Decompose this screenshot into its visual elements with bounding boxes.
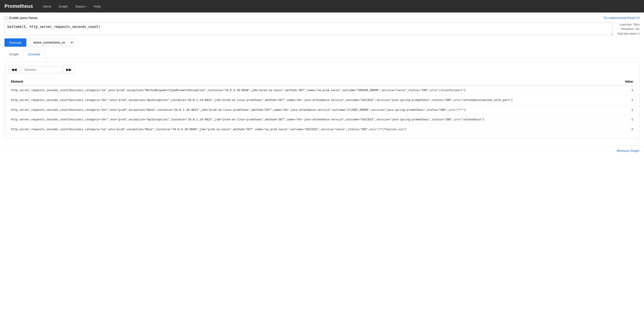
app-brand: Prometheus	[4, 3, 33, 9]
moment-input[interactable]	[21, 66, 62, 73]
query-input[interactable]	[4, 22, 613, 35]
metric-select[interactable]: active_connections_co	[29, 38, 74, 47]
nav-item-status[interactable]: Status ▾	[72, 3, 90, 10]
table-row: http_server_requests_seconds_count{busin…	[8, 115, 636, 125]
metrics-info: Load time: 78ms Resolution: 14s Total ti…	[617, 22, 640, 36]
table-row: http_server_requests_seconds_count{busin…	[8, 95, 636, 105]
chevron-down-icon: ▾	[86, 5, 86, 7]
value-cell: 1	[620, 105, 636, 115]
enable-history-label[interactable]: Enable query history	[4, 16, 38, 20]
nav-item-graph[interactable]: Graph	[56, 3, 71, 10]
value-cell: 1	[620, 95, 636, 105]
tab-console[interactable]: Console	[23, 50, 45, 58]
console-area: ◀◀ ▶▶ Element Value http_server_requests…	[4, 62, 640, 138]
bottom-bar: Remove Graph	[0, 146, 644, 155]
execute-row: Execute active_connections_co	[4, 38, 640, 47]
navbar-nav: Alerts Graph Status ▾ Help	[40, 3, 104, 10]
try-react-ui-link[interactable]: Try experimental React UI	[603, 16, 640, 20]
remove-graph-button[interactable]: Remove Graph	[617, 149, 640, 153]
time-forward-button[interactable]: ▶▶	[63, 66, 74, 73]
element-cell: http_server_requests_seconds_count{busin…	[8, 95, 620, 105]
table-row: http_server_requests_seconds_count{busin…	[8, 125, 636, 135]
enable-history-text: Enable query history	[9, 16, 38, 20]
nav-item-status-label: Status	[75, 4, 84, 8]
load-time: Load time: 78ms	[617, 22, 640, 27]
top-bar: Enable query history Try experimental Re…	[4, 16, 640, 20]
time-back-button[interactable]: ◀◀	[8, 66, 20, 73]
element-cell: http_server_requests_seconds_count{busin…	[8, 125, 620, 135]
value-cell: 2	[620, 125, 636, 135]
value-cell: 1	[620, 115, 636, 125]
table-row: http_server_requests_seconds_count{busin…	[8, 105, 636, 115]
table-row: http_server_requests_seconds_count{busin…	[8, 85, 636, 95]
enable-history-checkbox[interactable]	[4, 16, 8, 19]
nav-item-alerts[interactable]: Alerts	[40, 3, 54, 10]
time-nav: ◀◀ ▶▶	[8, 66, 636, 73]
main-content: Enable query history Try experimental Re…	[0, 12, 644, 144]
resolution: Resolution: 14s	[617, 27, 640, 31]
tabs: Graph Console	[4, 50, 640, 58]
col-value: Value	[620, 78, 636, 85]
element-cell: http_server_requests_seconds_count{busin…	[8, 115, 620, 125]
query-row: Load time: 78ms Resolution: 14s Total ti…	[4, 22, 640, 36]
execute-button[interactable]: Execute	[4, 38, 26, 47]
nav-item-help[interactable]: Help	[91, 3, 104, 10]
col-element: Element	[8, 78, 620, 85]
element-cell: http_server_requests_seconds_count{busin…	[8, 105, 620, 115]
value-cell: 1	[620, 85, 636, 95]
results-table: Element Value http_server_requests_secon…	[8, 78, 636, 135]
total-time-series: Total time series: 5	[617, 31, 640, 36]
tab-graph[interactable]: Graph	[4, 50, 23, 58]
element-cell: http_server_requests_seconds_count{busin…	[8, 85, 620, 95]
